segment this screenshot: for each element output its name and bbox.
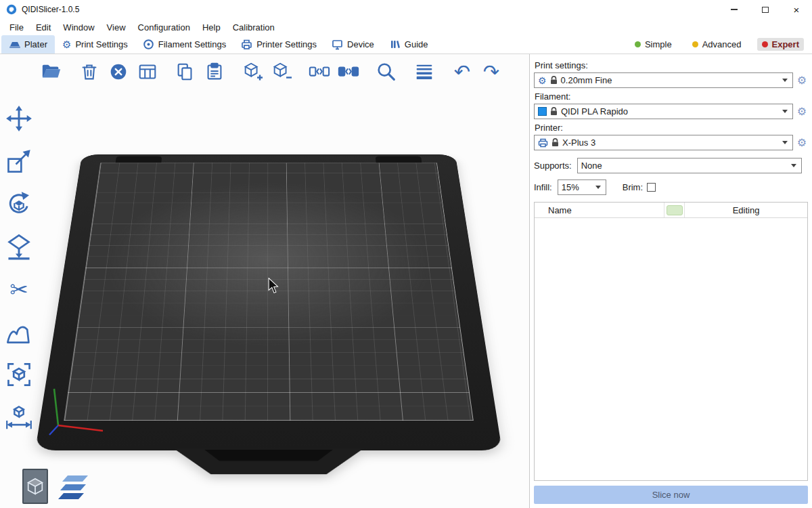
infill-combo[interactable]: 15%	[558, 179, 606, 195]
print-settings-label: Print settings:	[535, 60, 808, 70]
paint-supports-tool[interactable]	[3, 318, 35, 346]
printer-combo[interactable]: X-Plus 3	[534, 135, 793, 150]
device-icon	[332, 39, 343, 50]
tab-label: Print Settings	[75, 39, 127, 49]
advanced-dot-icon	[692, 41, 698, 47]
menu-help[interactable]: Help	[196, 21, 227, 34]
tab-device[interactable]: Device	[324, 35, 382, 54]
rotate-tool[interactable]	[3, 190, 35, 218]
tab-label: Device	[347, 39, 374, 49]
minimize-button[interactable]	[719, 0, 750, 19]
tab-plater[interactable]: Plater	[1, 35, 55, 54]
menu-calibration[interactable]: Calibration	[227, 21, 281, 34]
remove-instance-button[interactable]	[269, 60, 294, 84]
redo-button[interactable]: ↷	[479, 60, 503, 84]
menu-file[interactable]: File	[3, 21, 30, 34]
lock-icon	[550, 76, 558, 85]
lock-icon	[550, 107, 558, 116]
split-objects-button[interactable]	[307, 60, 332, 84]
preview-view-button[interactable]	[54, 473, 91, 504]
variable-layer-height-button[interactable]	[412, 60, 436, 84]
close-icon: ×	[794, 5, 800, 15]
tab-label: Guide	[405, 39, 428, 49]
mode-simple[interactable]: Simple	[630, 38, 677, 51]
print-settings-combo[interactable]: ⚙ 0.20mm Fine	[534, 72, 793, 88]
tab-printer-settings[interactable]: Printer Settings	[233, 35, 324, 54]
supports-combo[interactable]: None	[577, 158, 802, 173]
infill-value: 15%	[562, 182, 579, 192]
viewport-3d[interactable]: ↶ ↷ ✂	[0, 54, 529, 508]
menu-view[interactable]: View	[101, 21, 132, 34]
printer-value: X-Plus 3	[562, 137, 595, 148]
app-icon	[6, 4, 17, 15]
supports-label: Supports:	[534, 161, 572, 171]
printer-settings-icon	[241, 39, 252, 50]
close-button[interactable]: ×	[781, 0, 812, 19]
minimize-icon	[731, 9, 738, 9]
filament-combo[interactable]: QIDI PLA Rapido	[534, 104, 793, 119]
printer-icon	[538, 138, 548, 148]
bed-front-handle-notch	[204, 450, 333, 461]
3d-editor-view-button[interactable]	[22, 469, 48, 504]
undo-button[interactable]: ↶	[450, 60, 474, 84]
left-toolbar: ✂	[3, 104, 35, 431]
scale-tool[interactable]	[3, 147, 35, 175]
add-instance-button[interactable]	[240, 60, 265, 84]
column-extruder	[664, 203, 684, 217]
menu-window[interactable]: Window	[57, 21, 100, 34]
filament-label: Filament:	[535, 91, 808, 102]
maximize-icon	[762, 7, 769, 13]
place-on-face-tool[interactable]	[3, 232, 35, 261]
mode-expert[interactable]: Expert	[757, 38, 804, 51]
maximize-button[interactable]	[750, 0, 781, 19]
measure-tool[interactable]	[3, 360, 35, 389]
printer-gear-button[interactable]: ⚙	[796, 137, 808, 148]
open-file-button[interactable]	[39, 60, 64, 84]
chevron-down-icon	[791, 164, 796, 170]
chevron-down-icon	[595, 186, 601, 192]
filament-gear-button[interactable]: ⚙	[796, 106, 808, 117]
viewport-toolbar: ↶ ↷	[39, 60, 503, 84]
brim-checkbox[interactable]	[647, 183, 656, 192]
menu-configuration[interactable]: Configuration	[132, 21, 196, 34]
titlebar: QIDISlicer-1.0.5 ×	[0, 0, 812, 19]
filament-value: QIDI PLA Rapido	[561, 106, 628, 117]
arrange-button[interactable]	[135, 60, 160, 84]
split-parts-button[interactable]	[336, 60, 361, 84]
slice-now-button[interactable]: Slice now	[534, 486, 808, 504]
mode-advanced[interactable]: Advanced	[687, 38, 746, 51]
object-list-body[interactable]	[535, 218, 807, 480]
infill-label: Infill:	[534, 182, 552, 192]
print-settings-gear-button[interactable]: ⚙	[796, 75, 808, 86]
delete-all-button[interactable]	[106, 60, 131, 84]
object-list: Name Editing	[534, 202, 808, 481]
window-title: QIDISlicer-1.0.5	[22, 5, 79, 14]
cube-icon	[25, 476, 45, 496]
tab-print-settings[interactable]: ⚙ Print Settings	[55, 35, 135, 54]
tab-guide[interactable]: Guide	[382, 35, 436, 54]
extruder-header-chip	[667, 205, 683, 215]
tab-filament-settings[interactable]: Filament Settings	[135, 35, 233, 54]
size-tool[interactable]	[3, 403, 35, 431]
cut-tool[interactable]: ✂	[3, 275, 35, 303]
app-window: QIDISlicer-1.0.5 × File Edit Window View…	[0, 0, 812, 508]
layers-icon	[54, 473, 91, 504]
gear-icon: ⚙	[538, 76, 547, 85]
tabbar: Plater ⚙ Print Settings Filament Setting…	[0, 35, 812, 54]
plater-icon	[9, 39, 20, 50]
move-tool[interactable]	[3, 104, 35, 133]
search-button[interactable]	[374, 60, 399, 84]
chevron-down-icon	[782, 79, 788, 85]
delete-button[interactable]	[77, 60, 102, 84]
view-toggles	[22, 469, 91, 504]
supports-value: None	[581, 161, 602, 171]
filament-color-swatch	[538, 107, 547, 116]
paste-button[interactable]	[202, 60, 227, 84]
column-editing: Editing	[684, 203, 807, 217]
menu-edit[interactable]: Edit	[30, 21, 57, 34]
print-settings-icon: ⚙	[62, 39, 71, 49]
filament-settings-icon	[143, 39, 154, 50]
chevron-down-icon	[782, 141, 788, 147]
print-bed[interactable]	[35, 154, 502, 450]
copy-button[interactable]	[173, 60, 198, 84]
